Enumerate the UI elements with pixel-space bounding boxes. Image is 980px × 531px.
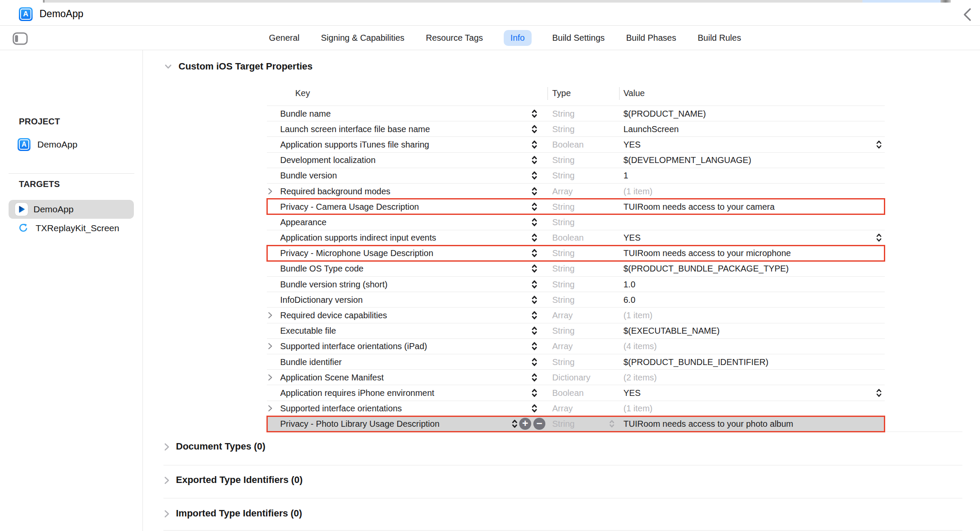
key-stepper-icon[interactable] — [531, 170, 538, 181]
sidebar-item-target-demoapp[interactable]: DemoApp — [9, 200, 134, 219]
plist-value[interactable]: YES — [623, 388, 641, 398]
key-stepper-icon[interactable] — [531, 155, 538, 165]
section-imported-type-identifiers-0[interactable]: Imported Type Identifiers (0) — [163, 508, 962, 531]
plist-value[interactable]: (1 item) — [623, 404, 653, 413]
tab-build-settings[interactable]: Build Settings — [551, 30, 605, 46]
plist-type[interactable]: String — [552, 171, 575, 181]
plist-value[interactable]: TUIRoom needs access to your camera — [623, 202, 774, 211]
plist-value[interactable]: $(DEVELOPMENT_LANGUAGE) — [623, 155, 751, 165]
plist-row-appearance[interactable]: Appearance String — [267, 214, 885, 230]
add-row-button[interactable] — [519, 418, 531, 430]
key-stepper-icon[interactable] — [531, 372, 538, 383]
key-stepper-icon[interactable] — [531, 109, 538, 119]
plist-row-required-device-capabilities[interactable]: Required device capabilities Array (1 it… — [267, 308, 885, 323]
plist-row-bundle-identifier[interactable]: Bundle identifier String $(PRODUCT_BUNDL… — [267, 354, 885, 370]
sidebar-item-project-demoapp[interactable]: A DemoApp — [18, 138, 77, 151]
plist-value[interactable]: TUIRoom needs access to your microphone — [623, 248, 791, 258]
plist-type[interactable]: String — [552, 295, 575, 305]
key-stepper-icon[interactable] — [531, 217, 538, 227]
disclosure-chevron-icon[interactable] — [267, 405, 276, 412]
plist-value[interactable]: $(EXECUTABLE_NAME) — [623, 326, 720, 336]
plist-value[interactable]: $(PRODUCT_BUNDLE_PACKAGE_TYPE) — [623, 264, 789, 274]
plist-row-bundle-name[interactable]: Bundle name String $(PRODUCT_NAME) — [267, 106, 885, 121]
key-stepper-icon[interactable] — [531, 279, 538, 290]
boolean-value-stepper-icon[interactable] — [876, 388, 882, 398]
back-chevron-icon[interactable] — [962, 7, 972, 22]
key-stepper-icon[interactable] — [531, 326, 538, 336]
key-stepper-icon[interactable] — [511, 419, 518, 429]
remove-row-button[interactable] — [533, 418, 545, 430]
plist-type[interactable]: Array — [552, 311, 573, 320]
plist-value[interactable]: 1 — [623, 171, 628, 181]
key-stepper-icon[interactable] — [531, 263, 538, 274]
plist-value[interactable]: LaunchScreen — [623, 124, 679, 134]
tab-general[interactable]: General — [268, 30, 300, 46]
tab-signing-capabilities[interactable]: Signing & Capabilities — [320, 30, 405, 46]
key-stepper-icon[interactable] — [531, 295, 538, 305]
plist-type[interactable]: String — [552, 124, 575, 134]
plist-type[interactable]: String — [552, 357, 575, 367]
plist-type[interactable]: String — [552, 326, 575, 336]
plist-type[interactable]: String — [552, 109, 575, 118]
disclosure-chevron-icon[interactable] — [267, 374, 276, 381]
plist-row-bundle-version[interactable]: Bundle version String 1 — [267, 168, 885, 184]
plist-type[interactable]: Boolean — [552, 233, 584, 243]
plist-value[interactable]: (1 item) — [623, 186, 653, 196]
plist-type[interactable]: String — [552, 248, 575, 258]
section-exported-type-identifiers-0[interactable]: Exported Type Identifiers (0) — [163, 474, 962, 498]
plist-row-executable-file[interactable]: Executable file String $(EXECUTABLE_NAME… — [267, 323, 885, 339]
key-stepper-icon[interactable] — [531, 186, 538, 196]
plist-row-bundle-os-type-code[interactable]: Bundle OS Type code String $(PRODUCT_BUN… — [267, 261, 885, 277]
plist-value[interactable]: 1.0 — [623, 279, 635, 289]
plist-value[interactable]: YES — [623, 233, 641, 243]
type-stepper-icon[interactable] — [609, 419, 615, 428]
plist-row-privacy-microphone-usage-description[interactable]: Privacy - Microphone Usage Description S… — [267, 246, 885, 261]
plist-value[interactable]: (2 items) — [623, 372, 657, 382]
plist-value[interactable]: YES — [623, 139, 641, 149]
plist-row-development-localization[interactable]: Development localization String $(DEVELO… — [267, 153, 885, 168]
plist-type[interactable]: Boolean — [552, 388, 584, 398]
plist-row-supported-interface-orientations[interactable]: Supported interface orientations Array (… — [267, 401, 885, 416]
plist-value[interactable]: 6.0 — [623, 295, 635, 305]
key-stepper-icon[interactable] — [531, 310, 538, 320]
tab-resource-tags[interactable]: Resource Tags — [425, 30, 484, 46]
tab-info[interactable]: Info — [504, 30, 532, 46]
plist-value[interactable]: TUIRoom needs access to your photo album — [623, 419, 793, 429]
plist-row-application-supports-itunes-file-sharing[interactable]: Application supports iTunes file sharing… — [267, 137, 885, 152]
plist-value[interactable]: (1 item) — [623, 311, 653, 320]
plist-type[interactable]: String — [552, 155, 575, 165]
plist-type[interactable]: String — [552, 419, 575, 429]
plist-type[interactable]: String — [552, 264, 575, 274]
plist-type[interactable]: String — [552, 202, 575, 211]
plist-type[interactable]: Boolean — [552, 139, 584, 149]
tab-build-rules[interactable]: Build Rules — [697, 30, 742, 46]
tab-build-phases[interactable]: Build Phases — [625, 30, 677, 46]
plist-row-privacy-camera-usage-description[interactable]: Privacy - Camera Usage Description Strin… — [267, 199, 885, 214]
disclosure-chevron-icon[interactable] — [267, 312, 276, 319]
plist-type[interactable]: Array — [552, 186, 573, 196]
key-stepper-icon[interactable] — [531, 202, 538, 212]
boolean-value-stepper-icon[interactable] — [876, 139, 882, 150]
key-stepper-icon[interactable] — [531, 388, 538, 398]
plist-row-required-background-modes[interactable]: Required background modes Array (1 item) — [267, 184, 885, 199]
key-stepper-icon[interactable] — [531, 341, 538, 351]
plist-type[interactable]: String — [552, 217, 575, 227]
plist-value[interactable]: $(PRODUCT_NAME) — [623, 109, 706, 118]
key-stepper-icon[interactable] — [531, 232, 538, 243]
plist-type[interactable]: Array — [552, 404, 573, 413]
disclosure-chevron-icon[interactable] — [267, 187, 276, 195]
section-document-types-0[interactable]: Document Types (0) — [163, 441, 962, 465]
plist-value[interactable]: $(PRODUCT_BUNDLE_IDENTIFIER) — [623, 357, 768, 367]
disclosure-chevron-icon[interactable] — [267, 343, 276, 350]
boolean-value-stepper-icon[interactable] — [876, 232, 882, 243]
plist-value[interactable]: (4 items) — [623, 341, 657, 351]
plist-row-application-requires-iphone-environment[interactable]: Application requires iPhone environment … — [267, 385, 885, 401]
plist-row-launch-screen-interface-file-base-name[interactable]: Launch screen interface file base name S… — [267, 121, 885, 137]
plist-row-bundle-version-string-short[interactable]: Bundle version string (short) String 1.0 — [267, 277, 885, 292]
plist-row-application-supports-indirect-input-events[interactable]: Application supports indirect input even… — [267, 230, 885, 246]
plist-row-supported-interface-orientations-ipad[interactable]: Supported interface orientations (iPad) … — [267, 339, 885, 354]
plist-row-infodictionary-version[interactable]: InfoDictionary version String 6.0 — [267, 292, 885, 308]
key-stepper-icon[interactable] — [531, 403, 538, 413]
key-stepper-icon[interactable] — [531, 124, 538, 134]
key-stepper-icon[interactable] — [531, 139, 538, 150]
